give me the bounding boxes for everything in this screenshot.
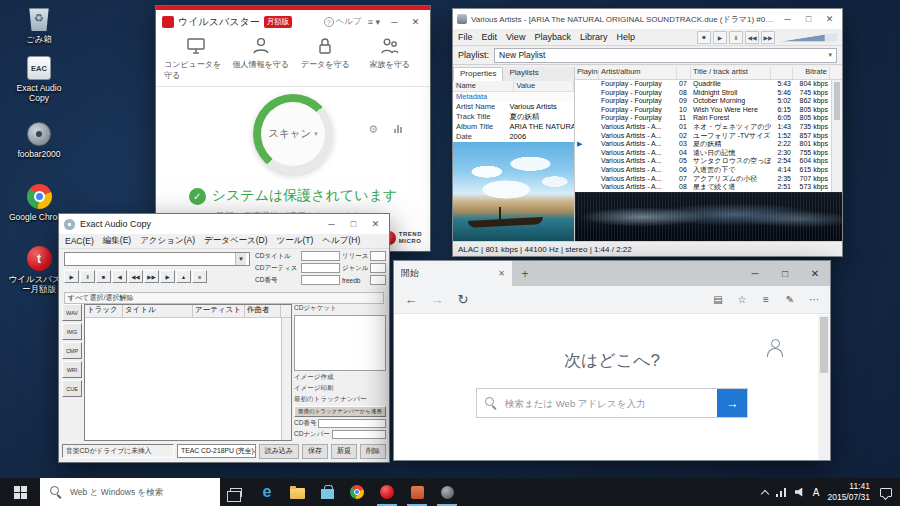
search-go-button[interactable]: → [717, 389, 747, 417]
scrollbar-thumb[interactable] [834, 82, 840, 120]
refresh-button[interactable]: ↻ [450, 292, 476, 307]
table-scrollbar[interactable] [281, 318, 291, 440]
tab-protect-family[interactable]: 家族を守る [358, 36, 423, 81]
playlist-row[interactable]: Fourplay - Fourplay 08 Midnight Stroll 5… [575, 89, 831, 98]
network-icon[interactable] [776, 488, 787, 497]
column-track[interactable]: トラック [85, 305, 123, 317]
cover-art-box[interactable] [294, 315, 386, 371]
transport-button[interactable]: ▶▶ [761, 31, 775, 44]
favorites-button[interactable]: ☆ [730, 294, 754, 305]
taskbar-app-foobar2000[interactable] [432, 478, 462, 506]
close-button[interactable]: ✕ [821, 14, 838, 24]
column-playing[interactable]: Playing [575, 67, 599, 79]
minimize-button[interactable]: ─ [323, 219, 340, 229]
playlist-row[interactable]: Various Artists - A... 05 サンタクロウスの空っぽ...… [575, 157, 831, 166]
cd-number2-input[interactable] [332, 430, 386, 439]
close-button[interactable]: ✕ [800, 261, 830, 286]
image-create-label[interactable]: イメージ作成 [294, 373, 386, 382]
select-all-bar[interactable]: すべて選択/選択解除 [64, 292, 384, 304]
tab-properties[interactable]: Properties [453, 67, 503, 81]
minimize-button[interactable]: ─ [740, 261, 770, 286]
transport-button[interactable]: ◀◀ [745, 31, 759, 44]
transport-button[interactable]: ◀◀ [128, 270, 143, 283]
transport-button[interactable]: ▶ [713, 31, 727, 44]
report-button[interactable] [394, 123, 402, 135]
transport-button[interactable]: ■ [96, 270, 111, 283]
playlist-row[interactable]: Fourplay - Fourplay 07 Quadrille 5:43 80… [575, 80, 831, 89]
minimize-button[interactable]: ─ [779, 14, 796, 24]
tab-protect-computer[interactable]: コンピュータを守る [164, 36, 229, 81]
back-button[interactable]: ← [398, 292, 424, 307]
browser-tab[interactable]: 開始 ✕ [394, 261, 512, 286]
taskbar-clock[interactable]: 11:41 2015/07/31 [827, 481, 870, 502]
volume-slider[interactable] [781, 33, 837, 42]
transport-button[interactable]: ▲ [176, 270, 191, 283]
action-button[interactable]: CUE [62, 380, 82, 397]
new-tab-button[interactable]: + [512, 261, 538, 286]
maximize-button[interactable]: □ [800, 14, 817, 24]
playlist-row[interactable]: ▶ Various Artists - A... 03 夏の妖精 2:22 80… [575, 140, 831, 149]
desktop-icon-eac[interactable]: EAC Exact Audio Copy [6, 56, 72, 103]
annotate-button[interactable]: ✎ [778, 294, 802, 305]
release-year-input[interactable] [370, 251, 386, 261]
save-button[interactable]: 保存 [302, 444, 328, 459]
transport-button[interactable]: ≡ [192, 270, 207, 283]
tab-strip[interactable]: 開始 ✕ + ─ □ ✕ [394, 261, 830, 286]
taskbar-app-chrome[interactable] [342, 478, 372, 506]
eac-titlebar[interactable]: Exact Audio Copy ─ □ ✕ [59, 214, 389, 234]
action-button[interactable]: IMG [62, 323, 82, 340]
tab-protect-data[interactable]: データを守る [293, 36, 358, 81]
column-name[interactable]: Name [453, 81, 514, 91]
transport-button[interactable]: ▶ [64, 270, 79, 283]
user-icon[interactable] [766, 339, 784, 357]
playlist-row[interactable]: Various Artists - A... 08 星まで続く道 2:51 57… [575, 183, 831, 192]
metadata-row[interactable]: Album Title ARIA THE NATURAL ORIGINAL [453, 122, 574, 132]
transport-button[interactable]: Ⅱ [729, 31, 743, 44]
renumber-button[interactable]: 最後のトラックナンバーから連番 [294, 406, 386, 417]
action-center-icon[interactable] [880, 488, 892, 497]
tab-close-button[interactable]: ✕ [498, 269, 505, 278]
ime-indicator[interactable]: A [813, 487, 820, 498]
cd-title-input[interactable] [301, 251, 340, 261]
image-print-label[interactable]: イメージ印刷 [294, 384, 386, 393]
column-trackno[interactable] [677, 67, 691, 79]
playlist-row[interactable]: Various Artists - A... 01 ネオ・ヴェネツィアの少...… [575, 123, 831, 132]
action-button[interactable]: WAV [62, 304, 82, 321]
task-view-button[interactable] [220, 478, 252, 506]
playlist-row[interactable]: Various Artists - A... 04 遠い日の記憶 2:30 75… [575, 149, 831, 158]
column-title[interactable]: Title / track artist [691, 67, 771, 79]
column-value[interactable]: Value [514, 81, 575, 91]
minimize-button[interactable]: ─ [386, 17, 403, 27]
menu-item[interactable]: 編集(E) [103, 235, 131, 247]
virusbuster-titlebar[interactable]: ウイルスバスター 月額版 ? ヘルプ ≡ ▾ ─ ✕ [156, 10, 430, 34]
playlist-row[interactable]: Various Artists - A... 02 ユーフォリア -TVサイズ-… [575, 132, 831, 141]
volume-icon[interactable] [795, 488, 805, 497]
foobar2000-titlebar[interactable]: Various Artists - [ARIA The NATURAL ORIG… [453, 9, 842, 29]
action-button[interactable]: WRI [62, 361, 82, 378]
start-button[interactable] [0, 478, 40, 506]
column-composer[interactable]: 作曲者 [245, 305, 281, 317]
close-button[interactable]: ✕ [367, 219, 384, 229]
playlist-selector[interactable]: New Playlist ▾ [494, 48, 837, 63]
playlist-scrollbar[interactable] [831, 80, 842, 192]
settings-button[interactable]: ⚙ [368, 123, 378, 136]
column-title[interactable]: タイトル [123, 305, 193, 317]
scan-button[interactable]: スキャン ▾ [253, 94, 333, 174]
scrollbar-thumb[interactable] [820, 317, 828, 373]
menu-button[interactable]: ≡ ▾ [368, 17, 380, 27]
maximize-button[interactable]: □ [345, 219, 362, 229]
menu-item[interactable]: EAC(E) [65, 236, 94, 246]
transport-button[interactable]: ■ [697, 31, 711, 44]
menu-item[interactable]: ヘルプ(H) [322, 235, 360, 247]
drive-combo[interactable]: TEAC CD-218PU (完全) ▾ [177, 444, 256, 458]
transport-button[interactable]: ▶ [160, 270, 175, 283]
transport-button[interactable]: ▶▶ [144, 270, 159, 283]
playlist-row[interactable]: Various Artists - A... 07 アクアリズムの小径 2:35… [575, 175, 831, 184]
taskbar-search[interactable] [40, 478, 220, 506]
menu-item[interactable]: データベース(D) [204, 235, 268, 247]
cd-number-input[interactable] [301, 275, 340, 285]
taskbar-app-store[interactable] [312, 478, 342, 506]
tab-protect-personal-info[interactable]: 個人情報を守る [229, 36, 294, 81]
more-button[interactable]: ··· [802, 294, 826, 305]
menu-item[interactable]: アクション(A) [140, 235, 195, 247]
